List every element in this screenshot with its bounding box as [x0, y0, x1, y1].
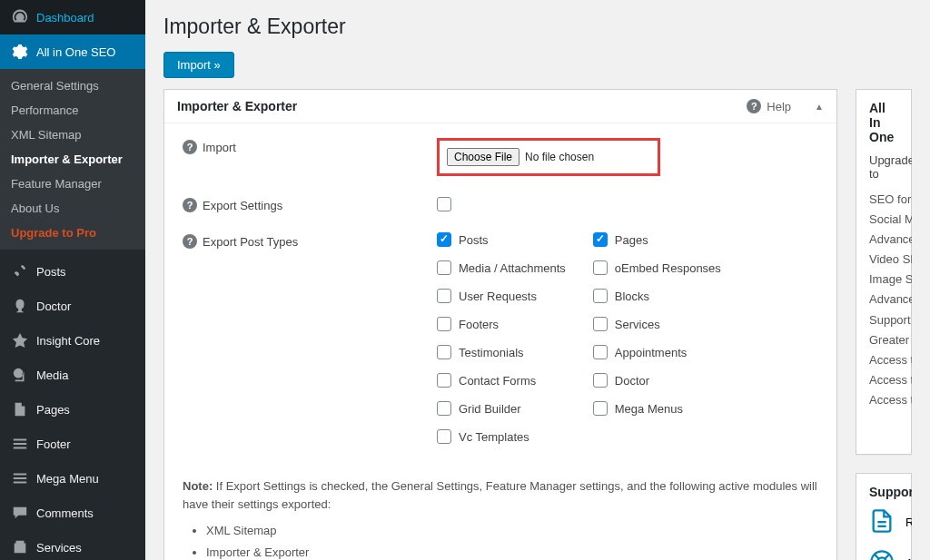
sidebar-item-label: Doctor [36, 300, 71, 313]
export-settings-checkbox[interactable] [437, 197, 451, 211]
post-type-item: Appointments [593, 345, 721, 359]
post-type-label: Testimonials [459, 346, 524, 359]
sidebar-item-label: Services [36, 541, 82, 555]
post-type-checkbox[interactable] [437, 373, 451, 388]
feature-list-item: SEO for Cate [869, 190, 898, 210]
post-type-checkbox[interactable] [437, 429, 451, 444]
content-area: Importer & Exporter Import » Importer & … [145, 0, 930, 560]
post-type-item: Services [593, 317, 721, 331]
tooltip-icon[interactable]: ? [183, 234, 197, 249]
dashboard-icon [11, 8, 29, 26]
toggle-icon[interactable]: ▲ [815, 102, 824, 112]
side-panels: All In One Upgrade to SEO for CateSocial… [856, 89, 912, 560]
post-type-label: Grid Builder [459, 402, 521, 416]
submenu-importer-exporter[interactable]: Importer & Exporter [0, 147, 145, 172]
export-settings-label: Export Settings [203, 199, 282, 212]
help-label: Help [767, 100, 791, 113]
tooltip-icon[interactable]: ? [183, 140, 197, 154]
post-type-checkbox[interactable] [437, 289, 451, 303]
sidebar-item-label: Pages [36, 403, 70, 417]
panel-title: Importer & Exporter [177, 99, 297, 113]
post-type-label: Posts [459, 233, 489, 247]
help-tab[interactable]: ? Help ▲ [747, 99, 824, 113]
sidebar-mega-menu[interactable]: Mega Menu [0, 461, 145, 496]
post-type-item: Vc Templates [437, 429, 566, 444]
support-label: Acc [905, 556, 912, 560]
post-type-item: oEmbed Responses [593, 260, 721, 275]
sidebar-submenu: General Settings Performance XML Sitemap… [0, 69, 145, 250]
page-title: Importer & Exporter [163, 0, 912, 48]
post-type-item: Media / Attachments [437, 260, 566, 275]
submenu-about-us[interactable]: About Us [0, 196, 145, 221]
submenu-general-settings[interactable]: General Settings [0, 74, 145, 98]
note-prefix: Note: [183, 479, 213, 493]
panel-header: Importer & Exporter ? Help ▲ [164, 90, 836, 123]
sidebar-item-label: Comments [36, 506, 94, 520]
post-type-item: Doctor [593, 373, 721, 388]
sidebar-item-label: Mega Menu [36, 472, 99, 486]
doctor-icon [11, 297, 29, 315]
help-icon: ? [747, 99, 761, 113]
sidebar-footer[interactable]: Footer [0, 427, 145, 461]
sidebar-item-label: Posts [36, 265, 66, 279]
sidebar-insight-core[interactable]: Insight Core [0, 323, 145, 358]
sidebar-pages[interactable]: Pages [0, 392, 145, 427]
tooltip-icon[interactable]: ? [183, 198, 197, 212]
support-item[interactable]: Rea [869, 508, 898, 536]
post-type-checkbox[interactable] [593, 345, 608, 359]
post-type-item: Mega Menus [593, 401, 721, 416]
post-type-checkbox[interactable] [593, 401, 608, 416]
import-button[interactable]: Import » [163, 52, 234, 78]
sidebar-item-label: Media [36, 368, 68, 382]
note-list-item: XML Sitemap [206, 522, 818, 540]
post-type-label: Doctor [615, 374, 649, 388]
side-title-1: All In One [869, 101, 898, 144]
feature-list-item: Access to Vi [869, 350, 898, 370]
sidebar-posts[interactable]: Posts [0, 254, 145, 289]
post-type-label: Contact Forms [459, 374, 536, 388]
pin-icon [11, 262, 29, 280]
post-type-checkbox[interactable] [437, 317, 451, 331]
post-type-checkbox[interactable] [437, 401, 451, 416]
sidebar-item-label: Footer [36, 437, 71, 451]
post-type-item: Blocks [593, 289, 721, 303]
feature-list-item: Social Meta [869, 210, 898, 230]
pages-icon [11, 400, 29, 418]
submenu-upgrade-pro[interactable]: Upgrade to Pro [0, 221, 145, 245]
post-types-grid: PostsMedia / AttachmentsUser RequestsFoo… [437, 232, 818, 457]
support-item[interactable]: Acc [869, 549, 898, 560]
post-type-label: Vc Templates [459, 430, 529, 444]
file-picker-highlight: Choose File No file chosen [437, 138, 660, 176]
post-type-checkbox[interactable] [593, 317, 608, 331]
post-type-item: User Requests [437, 289, 566, 303]
post-type-label: Blocks [615, 290, 649, 303]
feature-list-item: Image SEO [869, 270, 898, 290]
post-type-item: Contact Forms [437, 373, 566, 388]
sidebar-aioseo[interactable]: All in One SEO [0, 34, 145, 69]
sidebar-services[interactable]: Services [0, 530, 145, 560]
note-list: XML SitemapImporter & ExporterPerformanc… [206, 522, 818, 560]
submenu-feature-manager[interactable]: Feature Manager [0, 172, 145, 196]
post-type-label: Media / Attachments [459, 261, 566, 275]
choose-file-button[interactable]: Choose File [447, 148, 519, 166]
feature-list-item: Advanced su [869, 230, 898, 250]
feature-list-item: Access to Pr [869, 370, 898, 390]
post-type-checkbox[interactable] [437, 260, 451, 275]
post-type-checkbox[interactable] [593, 260, 608, 275]
submenu-xml-sitemap[interactable]: XML Sitemap [0, 123, 145, 147]
sidebar-item-label: Dashboard [36, 11, 94, 25]
post-type-checkbox[interactable] [593, 232, 608, 247]
sidebar-dashboard[interactable]: Dashboard [0, 0, 145, 34]
post-type-checkbox[interactable] [437, 232, 451, 247]
post-type-checkbox[interactable] [593, 289, 608, 303]
post-type-label: Footers [459, 318, 499, 331]
feature-list-item: Access to Kn [869, 390, 898, 410]
post-type-checkbox[interactable] [593, 373, 608, 388]
feature-list-item: Advanced G [869, 290, 898, 309]
sidebar-doctor[interactable]: Doctor [0, 289, 145, 323]
sidebar-media[interactable]: Media [0, 358, 145, 392]
sidebar-comments[interactable]: Comments [0, 496, 145, 530]
list-icon [11, 469, 29, 487]
post-type-checkbox[interactable] [437, 345, 451, 359]
submenu-performance[interactable]: Performance [0, 98, 145, 123]
